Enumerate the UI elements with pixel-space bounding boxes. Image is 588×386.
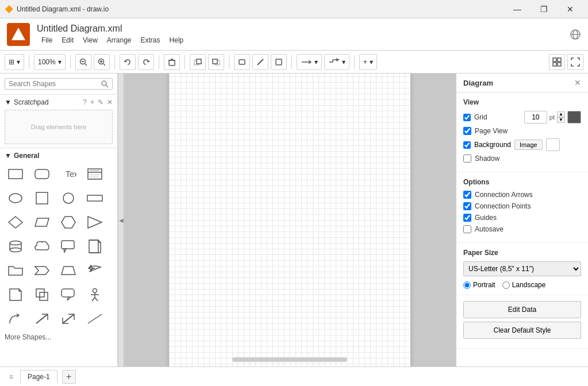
- statusbar: ≡ Page-1 +: [0, 366, 588, 386]
- grid-decrement[interactable]: ▼: [557, 117, 565, 123]
- menu-view[interactable]: View: [78, 35, 102, 45]
- shape-speech-bubble[interactable]: [57, 285, 79, 304]
- scratchpad-close[interactable]: ✕: [107, 98, 113, 106]
- menu-extras[interactable]: Extras: [136, 35, 165, 45]
- fill-button[interactable]: [234, 54, 250, 70]
- shadow-checkbox[interactable]: [463, 155, 471, 163]
- shape-cylinder[interactable]: [5, 237, 26, 256]
- delete-button[interactable]: [164, 54, 180, 70]
- scratchpad-title: ▼ Scratchpad: [5, 98, 49, 106]
- guides-checkbox[interactable]: [463, 214, 471, 222]
- portrait-option[interactable]: Portrait: [463, 281, 495, 289]
- scratchpad-expand[interactable]: ▼: [5, 98, 11, 106]
- search-input-wrapper[interactable]: [5, 78, 113, 90]
- menu-edit[interactable]: Edit: [57, 35, 78, 45]
- grid-increment[interactable]: ▲: [557, 111, 565, 117]
- background-color-box[interactable]: [546, 138, 560, 151]
- right-panel-close-button[interactable]: ✕: [574, 78, 581, 87]
- paper-size-select[interactable]: US-Letter (8,5" x 11") A4 (210 x 297 mm)…: [463, 261, 581, 276]
- shape-cloud[interactable]: [31, 237, 53, 256]
- shape-ellipse[interactable]: [5, 188, 26, 208]
- fit-page-button[interactable]: [549, 54, 565, 70]
- grid-canvas[interactable]: [169, 74, 410, 366]
- shape-arrow-up-right[interactable]: [31, 309, 53, 329]
- grid-size-input[interactable]: [524, 111, 547, 123]
- scratchpad-help[interactable]: ?: [83, 98, 87, 106]
- shape-note[interactable]: [5, 285, 26, 304]
- shape-folder[interactable]: [5, 261, 26, 280]
- svg-rect-18: [239, 60, 245, 64]
- shape-triangle-right[interactable]: [84, 213, 106, 232]
- shape-line[interactable]: [84, 309, 106, 329]
- scratchpad-edit[interactable]: ✎: [98, 98, 103, 106]
- shape-rounded-rect[interactable]: [31, 164, 53, 184]
- grid-option-row: Grid pt ▲ ▼: [463, 111, 581, 123]
- shape-curved-arrow[interactable]: [5, 309, 26, 329]
- shape-wide-rect[interactable]: [84, 188, 106, 208]
- shape-square[interactable]: [31, 188, 53, 208]
- canvas-area[interactable]: [124, 74, 456, 366]
- grid-color-box[interactable]: [567, 111, 581, 123]
- shape-arrow-diagonal[interactable]: [57, 309, 79, 329]
- shape-page[interactable]: [84, 237, 106, 256]
- shape-diamond[interactable]: [5, 213, 26, 232]
- page-tab-menu-button[interactable]: ≡: [7, 372, 16, 382]
- undo-button[interactable]: [120, 54, 136, 70]
- menu-arrange[interactable]: Arrange: [102, 35, 136, 45]
- waypoint-dropdown[interactable]: ▾: [324, 54, 349, 70]
- resize-handle[interactable]: [403, 362, 410, 366]
- redo-button[interactable]: [138, 54, 154, 70]
- svg-line-68: [63, 314, 74, 323]
- to-front-button[interactable]: [190, 54, 206, 70]
- zoom-dropdown[interactable]: 100% ▾: [34, 54, 66, 70]
- panel-collapse-handle[interactable]: ◀: [118, 74, 124, 366]
- shape-callout[interactable]: [57, 237, 79, 256]
- zoom-out-button[interactable]: [75, 54, 91, 70]
- line-color-button[interactable]: [252, 54, 268, 70]
- app-header: Untitled Diagram.xml File Edit View Arra…: [0, 18, 588, 51]
- menu-file[interactable]: File: [37, 35, 57, 45]
- shape-square2[interactable]: [31, 285, 53, 304]
- restore-button[interactable]: ❐: [531, 0, 557, 18]
- add-page-button[interactable]: +: [62, 370, 76, 384]
- landscape-radio[interactable]: [502, 281, 510, 289]
- autosave-checkbox[interactable]: [463, 225, 471, 233]
- edit-data-button[interactable]: Edit Data: [463, 301, 581, 318]
- to-back-button[interactable]: [208, 54, 224, 70]
- connection-points-checkbox[interactable]: [463, 202, 471, 210]
- more-dropdown[interactable]: + ▾: [359, 54, 377, 70]
- grid-checkbox[interactable]: [463, 114, 471, 121]
- shape-text[interactable]: Text: [57, 164, 79, 184]
- shape-header[interactable]: [84, 164, 106, 184]
- shape-person[interactable]: [84, 285, 106, 304]
- zoom-level-label: 100%: [38, 58, 56, 66]
- shape-parallelogram[interactable]: [31, 213, 53, 232]
- shape-hexagon[interactable]: [57, 213, 79, 232]
- menu-help[interactable]: Help: [165, 35, 189, 45]
- zoom-in-button[interactable]: [94, 54, 110, 70]
- connection-arrows-checkbox[interactable]: [463, 191, 471, 199]
- view-toggle-dropdown[interactable]: ⊞ ▾: [5, 54, 24, 70]
- more-shapes-link[interactable]: More Shapes...: [5, 333, 113, 341]
- minimize-button[interactable]: —: [504, 0, 531, 18]
- scratchpad-add[interactable]: +: [90, 98, 94, 106]
- background-image-button[interactable]: Image: [514, 140, 543, 150]
- shape-trapezoid[interactable]: [57, 261, 79, 280]
- shape-cross[interactable]: [84, 261, 106, 280]
- page-view-checkbox[interactable]: [463, 127, 471, 135]
- clear-default-style-button[interactable]: Clear Default Style: [463, 322, 581, 339]
- landscape-option[interactable]: Landscape: [502, 281, 546, 289]
- horizontal-scrollbar[interactable]: [232, 357, 347, 362]
- shape-button[interactable]: [271, 54, 287, 70]
- shape-chevron[interactable]: [31, 261, 53, 280]
- shape-circle[interactable]: [57, 188, 79, 208]
- portrait-radio[interactable]: [463, 281, 471, 289]
- close-button[interactable]: ✕: [557, 0, 583, 18]
- background-checkbox[interactable]: [463, 141, 471, 149]
- connection-style-dropdown[interactable]: ▾: [297, 54, 322, 70]
- page-tab-1[interactable]: Page-1: [20, 370, 57, 384]
- general-section-title[interactable]: ▼ General: [5, 152, 113, 160]
- shape-rectangle[interactable]: [5, 164, 26, 184]
- search-input[interactable]: [9, 80, 101, 88]
- fullscreen-button[interactable]: [567, 54, 583, 70]
